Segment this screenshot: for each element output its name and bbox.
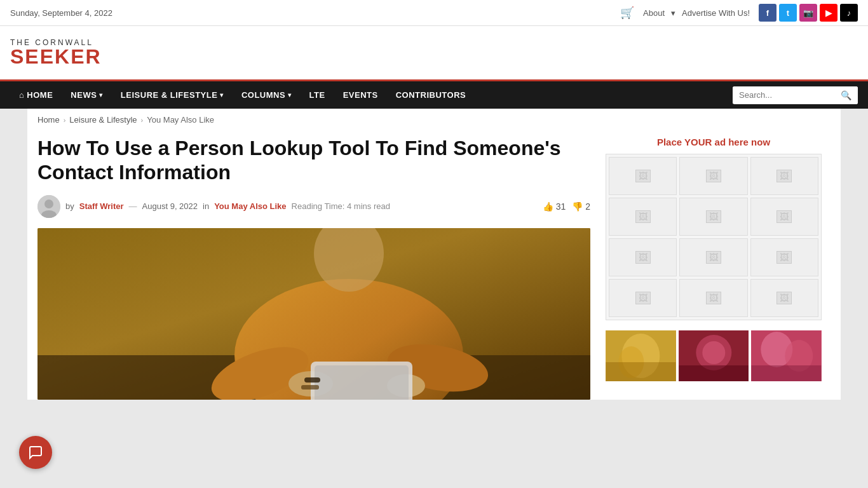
- svg-rect-13: [301, 385, 319, 390]
- date-display: Sunday, September 4, 2022: [10, 8, 112, 18]
- sidebar: Place YOUR ad here now: [606, 131, 822, 400]
- article-featured-image: [37, 228, 590, 400]
- ad-cell-7: [609, 238, 677, 276]
- vote-down-count: 2: [585, 201, 590, 212]
- meta-date: August 9, 2022: [142, 201, 198, 211]
- leisure-chevron-icon: ▾: [220, 92, 224, 98]
- svg-point-1: [44, 200, 53, 208]
- nav-item-news[interactable]: NEWS ▾: [62, 81, 112, 109]
- sidebar-ad: Place YOUR ad here now: [606, 131, 822, 320]
- ad-cell-4: [609, 198, 677, 236]
- nav-link-news[interactable]: NEWS ▾: [62, 81, 112, 109]
- article-main: How To Use a Person Lookup Tool To Find …: [37, 131, 590, 400]
- main-nav: ⌂ HOME NEWS ▾ LEISURE & LIFESTYLE ▾ COLU…: [0, 79, 868, 109]
- main-wrapper: Home › Leisure & Lifestyle › You May Als…: [27, 109, 841, 400]
- ad-cell-6: [750, 198, 818, 236]
- nav-item-columns[interactable]: COLUMNS ▾: [233, 81, 301, 109]
- nav-items: ⌂ HOME NEWS ▾ LEISURE & LIFESTYLE ▾ COLU…: [10, 81, 733, 109]
- nav-news-label: NEWS: [71, 90, 97, 100]
- nav-link-leisure[interactable]: LEISURE & LIFESTYLE ▾: [112, 81, 233, 109]
- svg-rect-26: [752, 365, 822, 381]
- ad-cell-9: [750, 238, 818, 276]
- youtube-icon[interactable]: ▶: [820, 4, 837, 22]
- thumbs-up-icon: 👍: [543, 201, 553, 212]
- nav-contributors-label: CONTRIBUTORS: [396, 90, 466, 100]
- breadcrumb-sep-2: ›: [141, 116, 144, 124]
- vote-up-count: 31: [556, 201, 566, 212]
- top-bar-right: 🛒 About ▾ Advertise With Us! f t 📷 ▶ ♪: [620, 4, 858, 22]
- breadcrumb: Home › Leisure & Lifestyle › You May Als…: [27, 109, 841, 131]
- nav-leisure-label: LEISURE & LIFESTYLE: [121, 90, 218, 100]
- twitter-icon[interactable]: t: [779, 4, 797, 22]
- breadcrumb-current: You May Also Like: [147, 115, 214, 125]
- svg-rect-22: [679, 365, 749, 381]
- content-area: How To Use a Person Lookup Tool To Find …: [27, 131, 841, 400]
- top-bar: Sunday, September 4, 2022 🛒 About ▾ Adve…: [0, 0, 868, 26]
- svg-point-21: [702, 341, 725, 364]
- about-link[interactable]: About: [643, 8, 665, 18]
- meta-in: in: [203, 201, 209, 211]
- nav-link-home[interactable]: ⌂ HOME: [10, 81, 62, 109]
- vote-buttons: 👍 31 👎 2: [543, 201, 590, 212]
- search-input[interactable]: [733, 86, 834, 104]
- site-header: THE CORNWALL SEEKER: [0, 26, 868, 79]
- article-image-bg: [37, 228, 590, 400]
- vote-up-button[interactable]: 👍 31: [543, 201, 566, 212]
- svg-rect-12: [304, 377, 320, 383]
- ad-cell-2: [679, 157, 747, 195]
- sidebar-ad-text: Place YOUR ad here now: [606, 136, 822, 149]
- social-icons: f t 📷 ▶ ♪: [759, 4, 858, 22]
- top-bar-links: About ▾ Advertise With Us!: [643, 8, 750, 18]
- columns-chevron-icon: ▾: [288, 92, 292, 98]
- thumbs-down-icon: 👎: [572, 201, 583, 212]
- ad-cell-3: [750, 157, 818, 195]
- ad-cell-1: [609, 157, 677, 195]
- cart-icon[interactable]: 🛒: [620, 6, 634, 20]
- article-title: How To Use a Person Lookup Tool To Find …: [37, 136, 590, 185]
- nav-home-label: HOME: [27, 90, 53, 100]
- site-logo[interactable]: THE CORNWALL SEEKER: [10, 39, 102, 67]
- meta-category[interactable]: You May Also Like: [214, 201, 286, 211]
- nav-item-home[interactable]: ⌂ HOME: [10, 81, 62, 109]
- nav-events-label: EVENTS: [343, 90, 378, 100]
- search-button[interactable]: 🔍: [834, 86, 858, 104]
- ad-placeholder[interactable]: [606, 154, 822, 320]
- ad-cell-11: [679, 279, 747, 317]
- sidebar-image-3[interactable]: [751, 330, 822, 381]
- meta-author[interactable]: Staff Writer: [79, 201, 124, 211]
- ad-cell-5: [679, 198, 747, 236]
- home-icon: ⌂: [19, 90, 24, 100]
- ad-cell-8: [679, 238, 747, 276]
- sidebar-image-2[interactable]: [679, 330, 749, 381]
- nav-link-lte[interactable]: LTE: [301, 81, 334, 109]
- nav-link-contributors[interactable]: CONTRIBUTORS: [387, 81, 475, 109]
- instagram-icon[interactable]: 📷: [799, 4, 817, 22]
- article-meta: by Staff Writer — August 9, 2022 in You …: [37, 195, 590, 218]
- vote-down-button[interactable]: 👎 2: [572, 201, 590, 212]
- nav-item-contributors[interactable]: CONTRIBUTORS: [387, 81, 475, 109]
- nav-search[interactable]: 🔍: [733, 86, 858, 104]
- nav-link-events[interactable]: EVENTS: [334, 81, 387, 109]
- tiktok-icon[interactable]: ♪: [840, 4, 858, 22]
- nav-item-leisure[interactable]: LEISURE & LIFESTYLE ▾: [112, 81, 233, 109]
- logo-bottom-text: SEEKER: [10, 46, 102, 67]
- author-avatar: [37, 195, 60, 218]
- breadcrumb-sep-1: ›: [64, 116, 66, 124]
- ad-cell-10: [609, 279, 677, 317]
- advertise-link[interactable]: Advertise With Us!: [682, 8, 750, 18]
- meta-dash: —: [129, 201, 137, 211]
- nav-item-lte[interactable]: LTE: [301, 81, 334, 109]
- svg-rect-18: [606, 362, 675, 381]
- breadcrumb-home[interactable]: Home: [37, 115, 60, 125]
- sidebar-images: [606, 330, 822, 381]
- svg-rect-11: [315, 365, 409, 400]
- facebook-icon[interactable]: f: [759, 4, 776, 22]
- ad-cell-12: [750, 279, 818, 317]
- sidebar-image-1[interactable]: [606, 330, 676, 381]
- nav-link-columns[interactable]: COLUMNS ▾: [233, 81, 301, 109]
- breadcrumb-leisure[interactable]: Leisure & Lifestyle: [69, 115, 137, 125]
- nav-columns-label: COLUMNS: [241, 90, 285, 100]
- meta-reading-time: Reading Time: 4 mins read: [292, 201, 390, 211]
- nav-item-events[interactable]: EVENTS: [334, 81, 387, 109]
- meta-by: by: [65, 201, 74, 211]
